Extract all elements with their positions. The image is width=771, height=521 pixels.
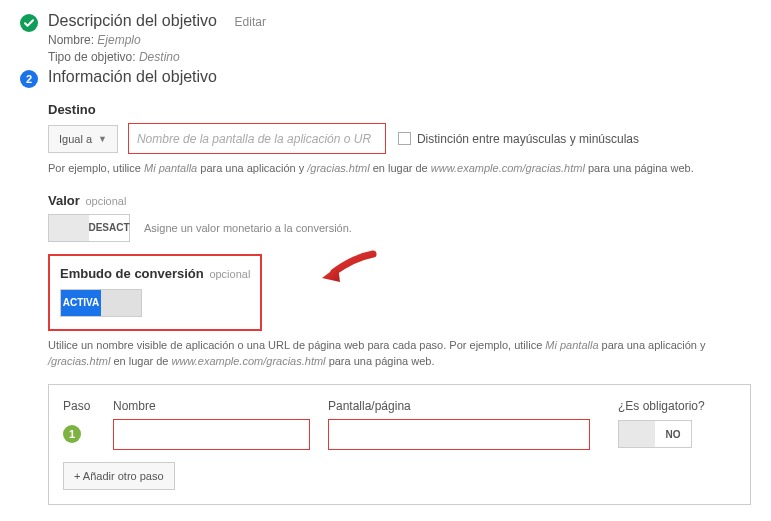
name-value: Ejemplo bbox=[97, 33, 140, 47]
dropdown-text: Igual a bbox=[59, 133, 92, 145]
check-circle-icon bbox=[20, 14, 38, 32]
embudo-label: Embudo de conversión bbox=[60, 266, 204, 281]
valor-label: Valor opcional bbox=[48, 193, 751, 208]
required-no-label: NO bbox=[655, 421, 691, 447]
toggle-off-label: DESACT bbox=[89, 215, 129, 241]
step-screen-input[interactable] bbox=[328, 419, 590, 450]
step-number-icon: 1 bbox=[63, 425, 81, 443]
goal-type-line: Tipo de objetivo: Destino bbox=[48, 50, 751, 64]
goal-name-line: Nombre: Ejemplo bbox=[48, 33, 751, 47]
step-2-number-icon: 2 bbox=[20, 70, 38, 88]
checkbox-icon[interactable] bbox=[398, 132, 411, 145]
step-2-title: Información del objetivo bbox=[48, 68, 217, 86]
steps-header: Paso Nombre Pantalla/página ¿Es obligato… bbox=[63, 399, 736, 413]
name-label: Nombre: bbox=[48, 33, 94, 47]
destination-input[interactable] bbox=[128, 123, 386, 154]
type-value: Destino bbox=[139, 50, 180, 64]
callout-arrow-icon bbox=[318, 246, 378, 286]
required-toggle[interactable]: NO bbox=[618, 420, 692, 448]
funnel-steps-box: Paso Nombre Pantalla/página ¿Es obligato… bbox=[48, 384, 751, 505]
valor-desc: Asigne un valor monetario a la conversió… bbox=[144, 222, 352, 234]
chevron-down-icon: ▼ bbox=[98, 134, 107, 144]
embudo-helper: Utilice un nombre visible de aplicación … bbox=[48, 337, 751, 370]
case-sensitive-row[interactable]: Distinción entre mayúsculas y minúsculas bbox=[398, 132, 639, 146]
edit-link[interactable]: Editar bbox=[235, 15, 266, 29]
step-1-title: Descripción del objetivo bbox=[48, 12, 217, 30]
step-1-indicator bbox=[20, 12, 48, 64]
step-number-cell: 1 bbox=[63, 425, 113, 443]
step-1-section: Descripción del objetivo Editar Nombre: … bbox=[20, 12, 751, 64]
col-pantalla-header: Pantalla/página bbox=[328, 399, 618, 413]
destino-label: Destino bbox=[48, 102, 751, 117]
step-2-indicator: 2 bbox=[20, 68, 48, 505]
match-type-dropdown[interactable]: Igual a ▼ bbox=[48, 125, 118, 153]
destino-helper: Por ejemplo, utilice Mi pantalla para un… bbox=[48, 160, 751, 177]
embudo-optional: opcional bbox=[209, 268, 250, 280]
embudo-highlight-box: Embudo de conversión opcional ACTIVA bbox=[48, 254, 262, 331]
col-oblig-header: ¿Es obligatorio? bbox=[618, 399, 736, 413]
step-2-section: 2 Información del objetivo Destino Igual… bbox=[20, 68, 751, 505]
step-name-input[interactable] bbox=[113, 419, 310, 450]
col-nombre-header: Nombre bbox=[113, 399, 328, 413]
add-step-button[interactable]: + Añadir otro paso bbox=[63, 462, 175, 490]
embudo-toggle[interactable]: ACTIVA bbox=[60, 289, 142, 317]
embudo-wrap: Embudo de conversión opcional ACTIVA bbox=[48, 242, 751, 331]
destino-row: Igual a ▼ Distinción entre mayúsculas y … bbox=[48, 123, 751, 154]
case-sensitive-label: Distinción entre mayúsculas y minúsculas bbox=[417, 132, 639, 146]
col-paso-header: Paso bbox=[63, 399, 113, 413]
valor-row: DESACT Asigne un valor monetario a la co… bbox=[48, 214, 751, 242]
type-label: Tipo de objetivo: bbox=[48, 50, 136, 64]
toggle-on-label: ACTIVA bbox=[61, 290, 101, 316]
funnel-step-row: 1 NO bbox=[63, 419, 736, 450]
valor-toggle[interactable]: DESACT bbox=[48, 214, 130, 242]
